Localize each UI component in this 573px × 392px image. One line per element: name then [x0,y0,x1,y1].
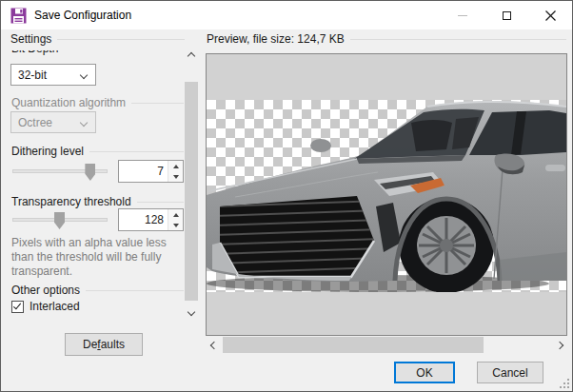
chevron-left-icon [209,341,217,348]
defaults-button[interactable]: Defaults [65,333,143,356]
threshold-label: Transparency threshold [11,195,131,208]
chevron-up-icon [188,52,195,60]
ok-button[interactable]: OK [394,362,455,383]
titlebar: Save Configuration [1,1,572,29]
preview-viewport[interactable] [206,53,567,336]
threshold-value: 128 [119,209,168,230]
bit-depth-value: 32-bit [18,69,47,82]
dithering-row: 7 [10,160,185,184]
spinner-up-icon [173,165,179,168]
other-options-header: Other options [11,284,184,297]
scroll-up-button[interactable] [185,49,198,64]
threshold-spin-up[interactable] [168,209,183,220]
dithering-spinbox[interactable]: 7 [118,160,184,183]
dithering-group-header: Dithering level [11,145,184,158]
threshold-group-header: Transparency threshold [11,195,184,208]
preview-hscrollbar[interactable] [206,337,567,353]
dithering-slider-thumb[interactable] [85,164,95,181]
spinner-up-icon [173,213,179,217]
close-icon [545,10,556,21]
save-configuration-dialog: Save Configuration Settings Bit Depth 32… [0,0,573,392]
close-button[interactable] [528,1,572,29]
dithering-spin-up[interactable] [168,161,183,171]
threshold-slider-thumb[interactable] [54,212,65,229]
car-preview-image [207,100,566,292]
preview-group-header: Preview, file size: 124,7 KB [207,32,566,46]
dithering-value: 7 [119,161,168,182]
chevron-right-icon [555,341,563,348]
minimize-button [441,1,484,29]
resize-grip[interactable] [560,379,569,388]
check-icon [13,301,21,309]
bit-depth-combobox[interactable]: 32-bit [10,64,96,86]
scroll-right-button[interactable] [551,337,567,353]
dithering-spin-down[interactable] [168,171,183,182]
dithering-slider[interactable] [12,169,108,173]
settings-group-label: Settings [10,32,51,46]
hscrollbar-thumb[interactable] [223,337,484,353]
spinner-down-icon [173,175,179,179]
quantization-combobox: Octree [10,111,96,133]
preview-group-label: Preview, file size: 124,7 KB [207,32,345,46]
maximize-icon [503,11,511,20]
threshold-spinbox[interactable]: 128 [118,208,184,231]
scrollbar-thumb[interactable] [185,82,198,301]
other-options-label: Other options [11,284,80,297]
settings-group-header: Settings [10,32,185,46]
settings-scrollbar[interactable] [185,49,198,320]
minimize-icon [458,15,467,16]
threshold-spin-down[interactable] [168,220,183,230]
window-title: Save Configuration [34,9,131,22]
scroll-down-button[interactable] [185,304,198,320]
bit-depth-label-clipped: Bit Depth [11,50,126,57]
interlaced-checkbox[interactable] [11,301,24,313]
quantization-group-header: Quantization algorithm [11,96,184,109]
quantization-value: Octree [18,116,52,129]
quantization-label: Quantization algorithm [11,96,126,109]
chevron-down-icon [188,308,195,316]
chevron-down-icon [80,119,88,127]
scroll-left-button[interactable] [206,337,222,353]
interlaced-label: Interlaced [30,300,80,313]
chevron-down-icon [80,71,88,79]
threshold-row: 128 [10,208,185,232]
maximize-button[interactable] [484,1,528,29]
cancel-button[interactable]: Cancel [477,362,543,383]
dithering-label: Dithering level [11,145,84,158]
threshold-slider[interactable] [12,218,108,222]
interlaced-checkbox-row[interactable]: Interlaced [11,300,80,313]
alpha-threshold-note: Pixels with an alpha value less than the… [11,236,184,279]
settings-panel: Bit Depth 32-bit Quantization algorithm … [10,49,185,320]
save-floppy-icon [10,8,27,24]
spinner-down-icon [173,224,179,227]
